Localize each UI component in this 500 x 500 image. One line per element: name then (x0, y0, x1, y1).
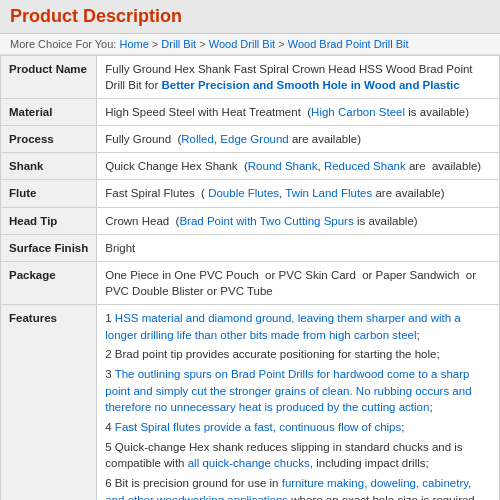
shank-link1[interactable]: Round Shank (248, 160, 318, 172)
table-row-shank: Shank Quick Change Hex Shank (Round Shan… (1, 153, 500, 180)
label-product-name: Product Name (1, 56, 97, 99)
table-row-process: Process Fully Ground (Rolled, Edge Groun… (1, 126, 500, 153)
value-process: Fully Ground (Rolled, Edge Ground are av… (97, 126, 500, 153)
label-shank: Shank (1, 153, 97, 180)
flute-link1[interactable]: Double Flutes (208, 187, 279, 199)
label-flute: Flute (1, 180, 97, 207)
breadcrumb-wood-drill-bit[interactable]: Wood Drill Bit (209, 38, 275, 50)
value-features: 1 HSS material and diamond ground, leavi… (97, 304, 500, 500)
label-surface-finish: Surface Finish (1, 234, 97, 261)
feature-link-3[interactable]: The outlining spurs on Brad Point Drills… (105, 368, 471, 413)
spec-table: Product Name Fully Ground Hex Shank Fast… (0, 55, 500, 500)
flute-link2[interactable]: Twin Land Flutes (285, 187, 372, 199)
table-row-features: Features 1 HSS material and diamond grou… (1, 304, 500, 500)
feature-link-4[interactable]: Fast Spiral flutes provide a fast, conti… (115, 421, 401, 433)
label-package: Package (1, 261, 97, 304)
feature-item-2: 2 Brad point tip provides accurate posit… (105, 346, 491, 363)
feature-item-4: 4 Fast Spiral flutes provide a fast, con… (105, 419, 491, 436)
feature-item-1: 1 HSS material and diamond ground, leavi… (105, 310, 491, 343)
breadcrumb-drill-bit[interactable]: Drill Bit (161, 38, 196, 50)
feature-link-6[interactable]: furniture making, doweling, cabinetry, a… (105, 477, 471, 500)
feature-link-1[interactable]: HSS material and diamond ground, leaving… (105, 312, 460, 341)
value-surface-finish: Bright (97, 234, 500, 261)
product-name-link[interactable]: Better Precision and Smooth Hole in Wood… (161, 79, 459, 91)
shank-link2[interactable]: Reduced Shank (324, 160, 406, 172)
table-row-product-name: Product Name Fully Ground Hex Shank Fast… (1, 56, 500, 99)
breadcrumb-home[interactable]: Home (119, 38, 148, 50)
label-head-tip: Head Tip (1, 207, 97, 234)
table-row-surface-finish: Surface Finish Bright (1, 234, 500, 261)
page-title: Product Description (10, 6, 490, 27)
value-head-tip: Crown Head (Brad Point with Two Cutting … (97, 207, 500, 234)
feature-item-5: 5 Quick-change Hex shank reduces slippin… (105, 439, 491, 472)
value-product-name: Fully Ground Hex Shank Fast Spiral Crown… (97, 56, 500, 99)
feature-item-3: 3 The outlining spurs on Brad Point Dril… (105, 366, 491, 416)
head-tip-link[interactable]: Brad Point with Two Cutting Spurs (179, 215, 353, 227)
table-row-flute: Flute Fast Spiral Flutes ( Double Flutes… (1, 180, 500, 207)
breadcrumb: More Choice For You: Home > Drill Bit > … (0, 34, 500, 55)
header-bar: Product Description (0, 0, 500, 34)
value-shank: Quick Change Hex Shank (Round Shank, Red… (97, 153, 500, 180)
process-link2[interactable]: Edge Ground (220, 133, 288, 145)
feature-link-5[interactable]: all quick-change chucks (188, 457, 310, 469)
value-flute: Fast Spiral Flutes ( Double Flutes, Twin… (97, 180, 500, 207)
process-link1[interactable]: Rolled (181, 133, 214, 145)
label-features: Features (1, 304, 97, 500)
value-material: High Speed Steel with Heat Treatment (Hi… (97, 99, 500, 126)
value-package: One Piece in One PVC Pouch or PVC Skin C… (97, 261, 500, 304)
breadcrumb-wood-brad-point[interactable]: Wood Brad Point Drill Bit (288, 38, 409, 50)
table-row-head-tip: Head Tip Crown Head (Brad Point with Two… (1, 207, 500, 234)
breadcrumb-prefix: More Choice For You: (10, 38, 116, 50)
material-link[interactable]: High Carbon Steel (311, 106, 405, 118)
table-row-material: Material High Speed Steel with Heat Trea… (1, 99, 500, 126)
table-row-package: Package One Piece in One PVC Pouch or PV… (1, 261, 500, 304)
label-process: Process (1, 126, 97, 153)
feature-item-6: 6 Bit is precision ground for use in fur… (105, 475, 491, 500)
label-material: Material (1, 99, 97, 126)
